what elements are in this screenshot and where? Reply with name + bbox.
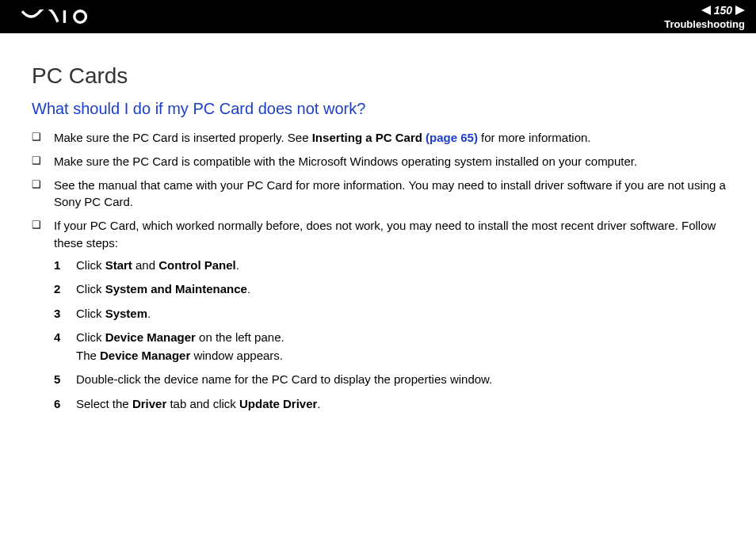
step-body: Click System. xyxy=(76,307,151,320)
page-nav: 150 xyxy=(701,4,745,17)
bold-text: Update Driver xyxy=(239,397,317,410)
page-number: 150 xyxy=(714,4,732,17)
vaio-logo xyxy=(14,10,101,24)
bold-text: System xyxy=(105,307,147,320)
prev-page-arrow-icon[interactable] xyxy=(701,6,711,15)
page-title: PC Cards xyxy=(32,63,729,89)
step-item: 4Click Device Manager on the left pane.T… xyxy=(54,329,729,364)
text: for more information. xyxy=(478,131,591,144)
bold-text: System and Maintenance xyxy=(105,282,247,296)
step-body: Double-click the device name for the PC … xyxy=(76,372,492,386)
section-label: Troubleshooting xyxy=(664,18,745,30)
step-item: 3Click System. xyxy=(54,305,729,323)
step-body: Click Device Manager on the left pane.Th… xyxy=(76,330,284,362)
text: If your PC Card, which worked normally b… xyxy=(54,219,716,250)
list-item: Make sure the PC Card is inserted proper… xyxy=(32,129,729,147)
step-number: 5 xyxy=(54,371,60,389)
svg-rect-0 xyxy=(63,10,66,23)
step-item: 2Click System and Maintenance. xyxy=(54,280,729,299)
step-number: 2 xyxy=(54,280,60,299)
step-item: 1Click Start and Control Panel. xyxy=(54,257,729,275)
step-number: 6 xyxy=(54,395,60,414)
text: See the manual that came with your PC Ca… xyxy=(54,178,726,209)
text: Make sure the PC Card is compatible with… xyxy=(54,154,637,168)
list-item: Make sure the PC Card is compatible with… xyxy=(32,153,729,170)
step-body: Select the Driver tab and click Update D… xyxy=(76,397,321,410)
step-body: Click System and Maintenance. xyxy=(76,282,250,296)
bold-text: Inserting a PC Card xyxy=(312,131,426,144)
steps-list: 1Click Start and Control Panel. 2Click S… xyxy=(54,257,729,414)
list-item: See the manual that came with your PC Ca… xyxy=(32,177,729,212)
step-number: 1 xyxy=(54,257,60,275)
bold-text: Device Manager xyxy=(100,349,190,362)
step-number: 4 xyxy=(54,329,60,347)
bullet-list: Make sure the PC Card is inserted proper… xyxy=(32,129,729,413)
next-page-arrow-icon[interactable] xyxy=(735,6,745,15)
step-item: 6Select the Driver tab and click Update … xyxy=(54,395,729,414)
vaio-logo-svg xyxy=(14,10,101,24)
question-heading: What should I do if my PC Card does not … xyxy=(32,100,729,118)
page-link[interactable]: (page 65) xyxy=(426,131,478,144)
step-body: Click Start and Control Panel. xyxy=(76,258,239,272)
bold-text: Start xyxy=(105,258,132,272)
header-right: 150 Troubleshooting xyxy=(664,4,745,30)
bold-text: Device Manager xyxy=(105,330,196,344)
step-number: 3 xyxy=(54,305,60,323)
bold-text: Driver xyxy=(132,397,166,410)
page-header: 150 Troubleshooting xyxy=(0,0,756,33)
svg-point-1 xyxy=(74,11,86,23)
text: Make sure the PC Card is inserted proper… xyxy=(54,131,312,144)
page-content: PC Cards What should I do if my PC Card … xyxy=(0,33,756,413)
list-item: If your PC Card, which worked normally b… xyxy=(32,217,729,413)
step-item: 5Double-click the device name for the PC… xyxy=(54,371,729,389)
bold-text: Control Panel xyxy=(158,258,236,272)
